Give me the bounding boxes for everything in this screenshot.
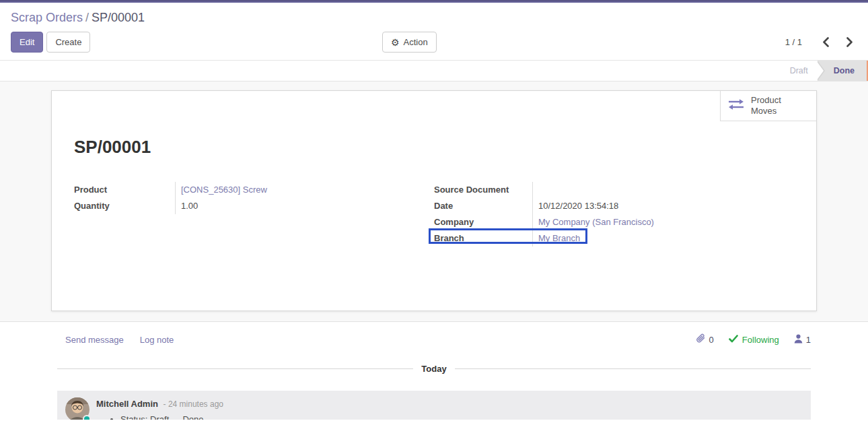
attachment-count: 0 (709, 335, 714, 345)
status-step-done[interactable]: Done (818, 61, 868, 81)
message-timestamp: - 24 minutes ago (164, 399, 223, 409)
paperclip-icon (696, 333, 706, 346)
followers-button[interactable]: 1 (794, 334, 811, 346)
breadcrumb-current: SP/00001 (92, 11, 145, 24)
message-header: Mitchell Admin - 24 minutes ago (96, 399, 223, 409)
attachment-button[interactable]: 0 (696, 333, 714, 346)
product-moves-stat-button[interactable]: Product Moves (720, 91, 816, 121)
field-row-quantity: Quantity 1.00 (74, 198, 434, 214)
log-note-button[interactable]: Log note (140, 335, 174, 345)
field-row-branch: Branch My Branch (434, 230, 794, 247)
field-row-source-document: Source Document (434, 182, 794, 198)
following-button[interactable]: Following (729, 335, 779, 345)
tracking-value: Status: Draft → Done (120, 414, 223, 420)
pager-previous-icon[interactable] (822, 37, 829, 47)
check-icon (729, 335, 738, 345)
chatter-topbar-right: 0 Following 1 (696, 333, 811, 346)
product-field-value: [CONS_25630] Screw (175, 182, 434, 198)
follower-count: 1 (806, 335, 811, 345)
exchange-arrows-icon (727, 98, 745, 113)
right-field-group: Source Document Date 10/12/2020 13:54:18… (434, 182, 794, 247)
person-icon (794, 334, 803, 346)
action-button[interactable]: ⚙ Action (382, 32, 437, 53)
pager: 1 / 1 (785, 37, 857, 47)
breadcrumb-separator: / (85, 11, 89, 24)
date-field-value: 10/12/2020 13:54:18 (532, 198, 794, 214)
chatter-topbar: Send message Log note 0 Following (57, 333, 811, 346)
edit-button[interactable]: Edit (11, 32, 43, 53)
product-link[interactable]: [CONS_25630] Screw (181, 185, 267, 195)
avatar (65, 397, 89, 420)
branch-field-value: My Branch (532, 230, 794, 247)
source-document-field-value (532, 182, 794, 198)
company-field-label: Company (434, 214, 532, 230)
pager-value: 1 / 1 (785, 37, 802, 47)
create-button[interactable]: Create (46, 32, 90, 53)
form-sheet: Product Moves SP/00001 Product [CONS_256… (51, 90, 817, 311)
company-link[interactable]: My Company (San Francisco) (538, 217, 654, 227)
quantity-field-value: 1.00 (175, 198, 434, 214)
statusbar: Draft Done (0, 60, 868, 82)
record-title: SP/00001 (74, 91, 794, 158)
send-message-button[interactable]: Send message (65, 335, 124, 345)
breadcrumb: Scrap Orders/SP/00001 (11, 9, 857, 26)
branch-link[interactable]: My Branch (538, 233, 580, 243)
chatter: Send message Log note 0 Following (0, 321, 868, 420)
gear-icon: ⚙ (391, 38, 400, 47)
product-field-label: Product (74, 182, 175, 198)
status-step-draft[interactable]: Draft (778, 61, 818, 81)
field-row-date: Date 10/12/2020 13:54:18 (434, 198, 794, 214)
divider-line-right (455, 368, 811, 369)
pager-nav (822, 37, 853, 47)
divider-line-left (57, 368, 413, 369)
control-panel: Scrap Orders/SP/00001 Edit Create ⚙ Acti… (0, 3, 868, 60)
online-status-dot (83, 415, 91, 420)
page: Scrap Orders/SP/00001 Edit Create ⚙ Acti… (0, 0, 868, 421)
action-button-label: Action (404, 36, 428, 48)
stat-button-label: Product Moves (751, 95, 791, 116)
left-field-group: Product [CONS_25630] Screw Quantity 1.00 (74, 182, 434, 247)
message-author[interactable]: Mitchell Admin (96, 399, 158, 409)
quantity-field-label: Quantity (74, 198, 175, 214)
branch-field-label: Branch (434, 230, 532, 247)
chatter-message: Mitchell Admin - 24 minutes ago Status: … (57, 391, 811, 420)
tracking-list: Status: Draft → Done (111, 414, 223, 420)
field-groups: Product [CONS_25630] Screw Quantity 1.00… (74, 182, 794, 247)
field-row-product: Product [CONS_25630] Screw (74, 182, 434, 198)
company-field-value: My Company (San Francisco) (532, 214, 794, 230)
message-body: Mitchell Admin - 24 minutes ago Status: … (96, 397, 223, 420)
pager-next-icon[interactable] (846, 37, 853, 47)
following-label: Following (742, 335, 779, 345)
date-field-label: Date (434, 198, 532, 214)
control-buttons-row: Edit Create ⚙ Action 1 / 1 (11, 32, 857, 53)
date-divider: Today (57, 364, 811, 374)
source-document-field-label: Source Document (434, 182, 532, 198)
breadcrumb-scrap-orders[interactable]: Scrap Orders (11, 11, 83, 24)
form-view-background: Product Moves SP/00001 Product [CONS_256… (0, 82, 868, 321)
date-divider-label: Today (413, 364, 454, 374)
field-row-company: Company My Company (San Francisco) (434, 214, 794, 230)
